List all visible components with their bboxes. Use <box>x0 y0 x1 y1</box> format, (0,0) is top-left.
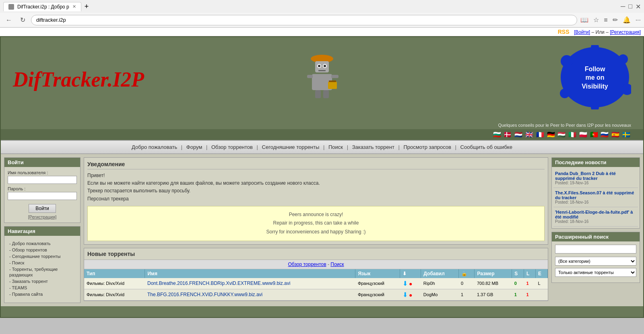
news-item-3: 'Henri-Laborit-Eloge-de-la-fuite.pdf' à … <box>553 207 638 227</box>
nav-welcome[interactable]: Добро пожаловать <box>129 144 180 150</box>
col-lang: Язык <box>355 269 400 278</box>
login-box-title: Войти <box>4 158 80 167</box>
svg-rect-13 <box>315 90 321 98</box>
notification-line4: Персонал трекера <box>87 195 545 203</box>
edit-icon[interactable]: ✏ <box>613 16 618 24</box>
reload-button[interactable]: ↻ <box>18 15 28 25</box>
news-item-title-2[interactable]: The.X.Files.Season.07 à été supprimé du … <box>555 190 636 200</box>
close-button[interactable]: ✕ <box>636 3 641 10</box>
rss-icon: RSS <box>558 29 570 35</box>
yellow-line2: Repair in progress, this can take a whil… <box>92 219 540 228</box>
torrent-type-1: Фильмы: Divx/Xvid <box>84 278 145 289</box>
advanced-search-box: Расширенный поиск (Все категории) Только… <box>551 232 640 283</box>
browser-chrome: DifTracker.i2p : Добро р ✕ + ─ □ ✕ ← ↻ 📖… <box>0 0 644 28</box>
svg-point-17 <box>618 54 628 64</box>
download-icon-2[interactable]: ⬇ <box>402 291 408 298</box>
minimize-button[interactable]: ─ <box>621 3 625 10</box>
nav-forum[interactable]: Форум <box>184 144 205 150</box>
notification-line2: Если вы не можете найти категорию для ва… <box>87 179 545 187</box>
download-icon-1[interactable]: ⬇ <box>402 280 408 287</box>
nav-link-welcome[interactable]: - Добро пожаловать <box>9 241 50 246</box>
col-icon2: 🔒 <box>458 269 475 278</box>
svg-rect-12 <box>331 75 339 78</box>
tab-title: DifTracker.i2p : Добро р <box>17 4 69 10</box>
right-sidebar: Последние новости Panda Dub_Born 2 Dub à… <box>551 157 640 303</box>
flag-hu: 🇭🇺 <box>557 131 566 138</box>
col-adder: Добавил <box>421 269 458 278</box>
yellow-notice: Peers announce is crazy! Repair in progr… <box>87 206 545 241</box>
bookmark-icon[interactable]: ☆ <box>593 16 599 24</box>
nav-search[interactable]: Поиск <box>326 144 345 150</box>
register-link-anchor[interactable]: [Регистрация] <box>28 214 56 219</box>
list-item: - Поиск <box>9 260 75 266</box>
torrent-lang-2: Французский <box>355 289 400 300</box>
category-select[interactable]: (Все категории) <box>555 257 636 266</box>
register-link-top[interactable]: [Регистрация] <box>610 29 641 35</box>
password-input[interactable] <box>8 192 77 200</box>
nav-link-seeders[interactable]: - Торренты, требующие раздающих <box>9 267 58 277</box>
browse-link[interactable]: Обзор торрентов <box>288 262 326 267</box>
nav-link-rules[interactable]: - Правила сайта <box>9 292 43 297</box>
search-link[interactable]: Поиск <box>330 262 344 267</box>
nav-view-requests[interactable]: Просмотр запросов <box>401 144 454 150</box>
nav-sep-3: | <box>257 144 260 150</box>
back-button[interactable]: ← <box>3 16 14 25</box>
nav-link-browse[interactable]: - Обзор торрентов <box>9 247 47 252</box>
yellow-line1: Peers announce is crazy! <box>92 210 540 219</box>
tab-close-button[interactable]: ✕ <box>72 4 76 9</box>
nav-icons: 📖 ☆ ≡ ✏ 🔔 ··· <box>580 16 641 24</box>
torrent-adder-1: Rip0h <box>421 278 458 289</box>
new-tab-button[interactable]: + <box>81 2 92 11</box>
news-item-date-1: Posted: 19-Nov-16 <box>555 181 636 185</box>
list-item: - Торренты, требующие раздающих <box>9 266 75 278</box>
browser-titlebar: DifTracker.i2p : Добро р ✕ + ─ □ ✕ <box>0 0 644 13</box>
reader-view-icon[interactable]: 📖 <box>580 16 588 24</box>
flag-pt: 🇵🇹 <box>590 131 598 138</box>
address-bar[interactable] <box>31 15 577 25</box>
login-button[interactable]: Войти <box>29 204 56 213</box>
col-type: Тип <box>84 269 145 278</box>
nav-browse[interactable]: Обзор торрентов <box>209 144 255 150</box>
news-item-date-3: Posted: 18-Nov-16 <box>555 219 636 224</box>
filter-select[interactable]: Только активные торренты <box>555 268 636 277</box>
nav-link-today[interactable]: - Сегодняшние торренты <box>9 254 61 259</box>
browser-tab[interactable]: DifTracker.i2p : Добро р ✕ <box>3 2 81 11</box>
nav-link-teams[interactable]: - TEAMS <box>9 285 27 290</box>
nav-report-error[interactable]: Сообщить об ошибке <box>458 144 515 150</box>
table-header-row: Тип Имя Язык ⬇ Добавил 🔒 Размер S L E <box>84 269 548 278</box>
torrent-dl-1: ⬇ ● <box>400 278 421 289</box>
news-item-title-1[interactable]: Panda Dub_Born 2 Dub à été supprimé du t… <box>555 171 636 181</box>
torrent-name-link-1[interactable]: Dont.Breathe.2016.FRENCH.BDRip.XviD.EXTR… <box>147 280 290 286</box>
nav-link-request[interactable]: - Заказать торрент <box>9 279 48 284</box>
flag-pl: 🇵🇱 <box>579 131 587 138</box>
flag-dk: 🇩🇰 <box>504 131 512 138</box>
torrent-lang-1: Французский <box>355 278 400 289</box>
nav-today[interactable]: Сегодняшние торренты <box>260 144 322 150</box>
site-wrapper: DifTracker.I2P <box>0 36 644 318</box>
nav-bar: Добро пожаловать | Форум | Обзор торрент… <box>1 140 643 154</box>
flag-fr: 🇫🇷 <box>536 131 544 138</box>
list-item: - Заказать торрент <box>9 278 75 284</box>
nav-request[interactable]: Заказать торрент <box>350 144 397 150</box>
advanced-search-input[interactable] <box>555 245 636 254</box>
bell-icon[interactable]: 🔔 <box>623 16 631 24</box>
news-box: Последние новости Panda Dub_Born 2 Dub à… <box>551 157 640 229</box>
col-dl: ⬇ <box>400 269 421 278</box>
torrent-name-link-2[interactable]: The.BFG.2016.FRENCH.XViD.FUNKKY.www9.biz… <box>147 292 262 297</box>
login-link[interactable]: [Войти] <box>574 29 590 35</box>
nav-sep-1: | <box>181 144 184 150</box>
news-item-title-3[interactable]: 'Henri-Laborit-Eloge-de-la-fuite.pdf' à … <box>555 210 636 219</box>
col-completed: E <box>536 269 548 278</box>
nav-link-search[interactable]: - Поиск <box>9 260 24 265</box>
more-icon[interactable]: ··· <box>636 16 641 24</box>
nav-sep-5: | <box>347 144 350 150</box>
flag-gb: 🇬🇧 <box>525 131 533 138</box>
maximize-button[interactable]: □ <box>628 3 632 10</box>
username-input[interactable] <box>8 176 77 184</box>
notification-line3: Трекер постарается выполнить вашу просьб… <box>87 187 545 195</box>
svg-point-5 <box>318 65 320 67</box>
torrent-adder-2: DogMo <box>421 289 458 300</box>
menu-icon[interactable]: ≡ <box>604 16 607 24</box>
col-seeds: S <box>512 269 524 278</box>
notification-box: Уведомление Привет! Если вы не можете на… <box>84 157 548 245</box>
